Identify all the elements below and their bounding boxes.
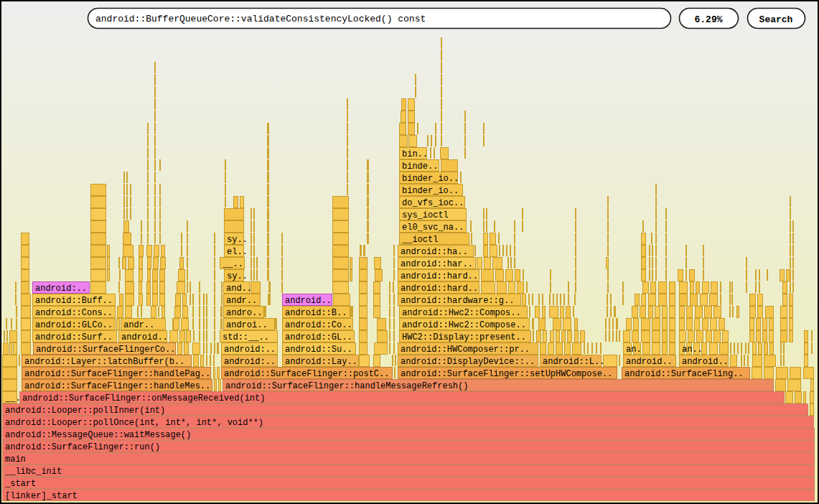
svg-text:binder_io..: binder_io.. [402,186,459,196]
svg-text:Search: Search [759,14,793,25]
svg-text:android::MessageQueue::waitMes: android::MessageQueue::waitMessage() [5,430,191,440]
svg-text:android::GL..: android::GL.. [285,332,352,342]
svg-text:android::har..: android::har.. [401,259,473,269]
svg-text:android::Su..: android::Su.. [285,345,352,355]
svg-text:android:..: android:.. [224,345,276,355]
svg-text:bin..: bin.. [402,149,428,159]
svg-text:android::Hwc2::Compose..: android::Hwc2::Compose.. [402,320,526,330]
svg-text:__ioctl: __ioctl [401,235,438,245]
svg-text:android::SurfaceFlinger::handl: android::SurfaceFlinger::handleMessageRe… [225,381,468,391]
svg-text:and..: and.. [226,284,252,294]
svg-text:__.: __. [4,393,21,403]
svg-text:android::ha..: android::ha.. [401,247,468,257]
svg-text:android:..: android:.. [35,284,87,294]
svg-text:an..: an.. [682,345,703,355]
svg-text:android::SurfaceFlinger::setUp: android::SurfaceFlinger::setUpHWCompose.… [401,369,612,379]
svg-text:android::hardware::g..: android::hardware::g.. [401,296,514,306]
svg-text:binder_io..: binder_io.. [402,174,459,184]
svg-text:__..: __.. [222,259,243,269]
svg-text:android::SurfaceFlinger::run(): android::SurfaceFlinger::run() [5,442,160,452]
svg-text:android::Cons..: android::Cons.. [35,308,113,318]
svg-text:sy..: sy.. [227,235,248,245]
svg-text:_start: _start [4,479,36,489]
svg-text:android::GLCo..: android::GLCo.. [35,320,113,330]
svg-text:android::Buff..: android::Buff.. [35,296,113,306]
svg-text:android::Lay..: android::Lay.. [285,357,357,367]
svg-text:andr..: andr.. [226,296,257,306]
svg-text:el0_svc_na..: el0_svc_na.. [402,223,464,233]
svg-text:androi..: androi.. [226,320,268,330]
svg-text:android::SurfaceFlinger::onMes: android::SurfaceFlinger::onMessageReceiv… [22,393,265,403]
svg-text:el..: el.. [227,247,248,257]
svg-text:android..: android.. [626,357,673,367]
svg-text:android::Hwc2::Compos..: android::Hwc2::Compos.. [402,308,521,318]
svg-text:android::SurfaceFlinger::handl: android::SurfaceFlinger::handlePag.. [24,369,210,379]
svg-text:andro..: andro.. [226,308,262,318]
svg-text:std::__..: std::__.. [223,332,269,342]
svg-text:android..: android.. [682,357,729,367]
svg-text:android::BufferQueueCore::vali: android::BufferQueueCore::validateConsis… [95,14,426,24]
svg-text:do_vfs_ioc..: do_vfs_ioc.. [402,198,464,208]
svg-text:main: main [5,454,26,465]
svg-text:android::SurfaceFling..: android::SurfaceFling.. [624,369,744,379]
svg-text:[linker]_start: [linker]_start [5,491,78,501]
svg-text:an.: an. [626,345,642,355]
svg-text:andr..: andr.. [123,320,154,330]
svg-text:__libc_init: __libc_init [4,467,62,477]
svg-text:android::SurfaceFlinger::postC: android::SurfaceFlinger::postC.. [224,369,389,379]
svg-text:android::hard..: android::hard.. [401,284,478,294]
svg-text:android::Layer::latchBuffer(b.: android::Layer::latchBuffer(b.. [24,357,184,367]
svg-text:android::HWComposer::pr..: android::HWComposer::pr.. [401,345,530,355]
svg-text:sys_ioctl: sys_ioctl [402,210,449,220]
svg-text:android::B..: android::B.. [285,308,347,318]
svg-text:android::SurfaceFlinger::handl: android::SurfaceFlinger::handleMes.. [24,381,210,391]
svg-text:binde..: binde.. [402,162,438,172]
svg-text:sy..: sy.. [227,271,248,281]
svg-text:HWC2::Display::present..: HWC2::Display::present.. [402,332,526,342]
svg-text:6.29%: 6.29% [694,14,722,25]
svg-text:android::Surf..: android::Surf.. [35,332,113,342]
svg-text:android::L..: android::L.. [543,357,604,367]
svg-text:android::Co..: android::Co.. [285,320,352,330]
svg-text:android:..: android:.. [224,357,276,367]
svg-text:android::Looper::pollOnce(int,: android::Looper::pollOnce(int, int*, int… [5,418,263,428]
svg-text:android::DisplayDevice::..: android::DisplayDevice::.. [401,357,535,367]
svg-text:android::SurfaceFlingerCo..: android::SurfaceFlingerCo.. [36,345,175,355]
svg-text:android::hard..: android::hard.. [401,271,478,281]
svg-text:android..: android.. [121,332,168,342]
svg-text:android..: android.. [285,296,332,306]
svg-text:android::Looper::pollInner(int: android::Looper::pollInner(int) [5,406,165,416]
